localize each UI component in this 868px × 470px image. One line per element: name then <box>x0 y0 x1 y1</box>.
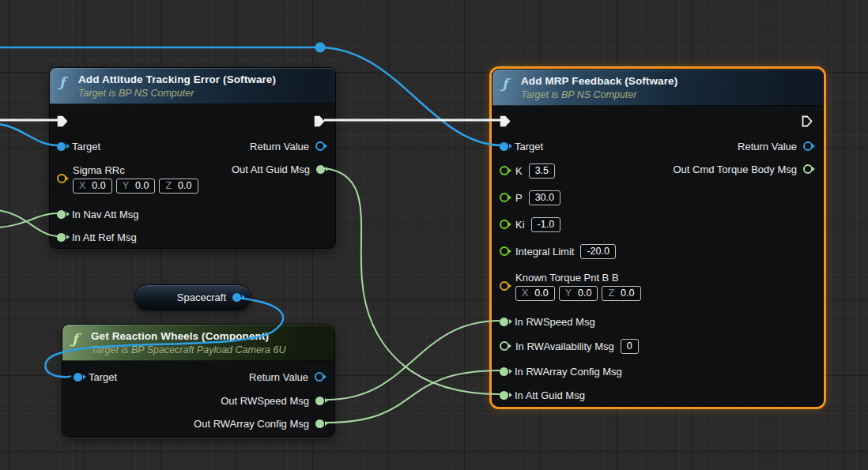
out-rwarray-config-msg-pin[interactable] <box>315 419 324 428</box>
blueprint-canvas[interactable]: ƒ Add Attitude Tracking Error (Software)… <box>0 0 868 470</box>
pin-label: Target <box>72 141 100 152</box>
pin-label: In RWSpeed Msg <box>515 316 595 328</box>
pin-label: Integral Limit <box>515 246 574 258</box>
axis-label: Z <box>165 180 172 191</box>
return-value-pin[interactable] <box>803 141 813 151</box>
p-pin[interactable] <box>500 193 509 202</box>
node-get-reaction-wheels[interactable]: ƒ Get Reaction Wheels (Component) Target… <box>62 324 335 437</box>
exec-in-pin[interactable] <box>57 111 68 130</box>
node-title: Add Attitude Tracking Error (Software) <box>78 73 327 87</box>
node-subtitle: Target is BP NS Computer <box>521 88 815 101</box>
pin-label: Known Torque Pnt B B <box>515 272 641 284</box>
k-value-input[interactable]: 3.5 <box>529 164 555 179</box>
in-rwarray-config-msg-pin[interactable] <box>500 367 508 376</box>
ki-value-input[interactable]: -1.0 <box>531 217 561 232</box>
value: 30.0 <box>535 192 554 203</box>
node-add-mrp-feedback[interactable]: ƒ Add MRP Feedback (Software) Target is … <box>492 69 824 407</box>
axis-label: X <box>522 288 528 299</box>
sigma-rrc-pin[interactable] <box>57 174 66 183</box>
function-icon: ƒ <box>502 76 508 92</box>
pin-label: Sigma RRc <box>73 164 198 176</box>
pin-label: In Att Ref Msg <box>72 231 137 243</box>
pin-label: Out Cmd Torque Body Msg <box>673 164 797 175</box>
pin-label: Out RWArray Config Msg <box>194 418 309 430</box>
reroute-node[interactable] <box>315 43 326 53</box>
rwavailability-input[interactable]: 0 <box>621 339 639 354</box>
variable-node-spacecraft[interactable]: Spacecraft <box>134 284 251 310</box>
pin-label: In Nav Att Msg <box>72 209 139 220</box>
pin-label: Target <box>515 141 543 152</box>
wire-out-rwspeed-to-in-rwspeed[interactable] <box>326 321 500 400</box>
integral-limit-input[interactable]: -20.0 <box>580 244 616 259</box>
target-pin[interactable] <box>74 373 82 382</box>
return-value-pin[interactable] <box>315 141 325 151</box>
node-header[interactable]: ƒ Add Attitude Tracking Error (Software)… <box>50 68 335 104</box>
pin-label: K <box>515 165 523 177</box>
pin-label: Return Value <box>738 141 797 152</box>
vector-y-input[interactable]: Y0.0 <box>116 179 156 194</box>
wire-reroute-to-mrp-target[interactable] <box>320 47 501 145</box>
known-torque-pnt-b-b-pin[interactable] <box>500 281 509 291</box>
in-att-ref-msg-pin[interactable] <box>57 233 66 242</box>
vector-x-input[interactable]: X0.0 <box>73 179 112 194</box>
node-title: Add MRP Feedback (Software) <box>521 74 815 88</box>
out-att-guid-msg-pin[interactable] <box>316 165 325 174</box>
axis-value: 0.0 <box>178 180 191 191</box>
pin-label: Out Att Guid Msg <box>232 164 310 175</box>
pin-label: Ki <box>515 219 525 231</box>
pin-label: Return Value <box>249 371 308 383</box>
axis-value: 0.0 <box>135 180 149 191</box>
vector-y-input[interactable]: Y0.0 <box>559 286 598 301</box>
pin-label: In RWAvailability Msg <box>515 340 614 352</box>
in-nav-att-msg-pin[interactable] <box>57 210 66 219</box>
pin-label: In RWArray Config Msg <box>515 366 622 378</box>
axis-value: 0.0 <box>92 180 105 191</box>
out-rwspeed-msg-pin[interactable] <box>315 397 324 405</box>
exec-arrow-icon <box>314 115 325 127</box>
in-att-guid-msg-pin[interactable] <box>500 391 508 400</box>
pin-label: In Att Guid Msg <box>515 389 585 401</box>
axis-label: X <box>79 180 85 191</box>
node-add-attitude-tracking-error[interactable]: ƒ Add Attitude Tracking Error (Software)… <box>49 67 336 249</box>
exec-out-pin[interactable] <box>802 111 813 130</box>
vector-z-input[interactable]: Z0.0 <box>159 179 198 194</box>
variable-label: Spacecraft <box>177 291 226 303</box>
function-icon: ƒ <box>59 74 65 90</box>
value: -20.0 <box>587 246 609 257</box>
value: 0 <box>627 340 632 352</box>
axis-value: 0.0 <box>578 288 591 299</box>
pin-label: P <box>515 192 523 204</box>
exec-arrow-icon <box>802 115 813 127</box>
target-pin[interactable] <box>57 142 66 151</box>
value: -1.0 <box>538 219 555 230</box>
axis-label: Y <box>565 288 572 299</box>
k-pin[interactable] <box>500 166 509 175</box>
p-value-input[interactable]: 30.0 <box>529 190 560 205</box>
ki-pin[interactable] <box>500 220 509 229</box>
in-rwspeed-msg-pin[interactable] <box>500 318 508 326</box>
return-value-pin[interactable] <box>315 372 324 382</box>
exec-arrow-icon <box>57 115 68 127</box>
exec-arrow-icon <box>500 115 511 127</box>
node-subtitle: Target is BP NS Computer <box>78 87 327 100</box>
axis-label: Z <box>608 288 614 299</box>
function-icon: ƒ <box>72 331 77 347</box>
pin-label: Target <box>89 371 117 383</box>
vector-x-input[interactable]: X0.0 <box>515 286 555 301</box>
pin-label: Return Value <box>250 141 309 152</box>
wire-out-att-guid-to-in-att-guid[interactable] <box>324 168 500 394</box>
node-header[interactable]: ƒ Add MRP Feedback (Software) Target is … <box>492 70 823 106</box>
in-rwavailability-msg-pin[interactable] <box>500 341 509 351</box>
exec-in-pin[interactable] <box>500 111 511 130</box>
exec-out-pin[interactable] <box>314 111 325 130</box>
value: 3.5 <box>535 165 549 176</box>
vector-z-input[interactable]: Z0.0 <box>602 286 640 301</box>
out-cmd-torque-body-msg-pin[interactable] <box>803 164 813 174</box>
integral-limit-pin[interactable] <box>500 246 509 256</box>
axis-label: Y <box>123 180 129 191</box>
axis-value: 0.0 <box>534 288 548 299</box>
axis-value: 0.0 <box>621 288 634 299</box>
pin-label: Out RWSpeed Msg <box>221 395 309 407</box>
